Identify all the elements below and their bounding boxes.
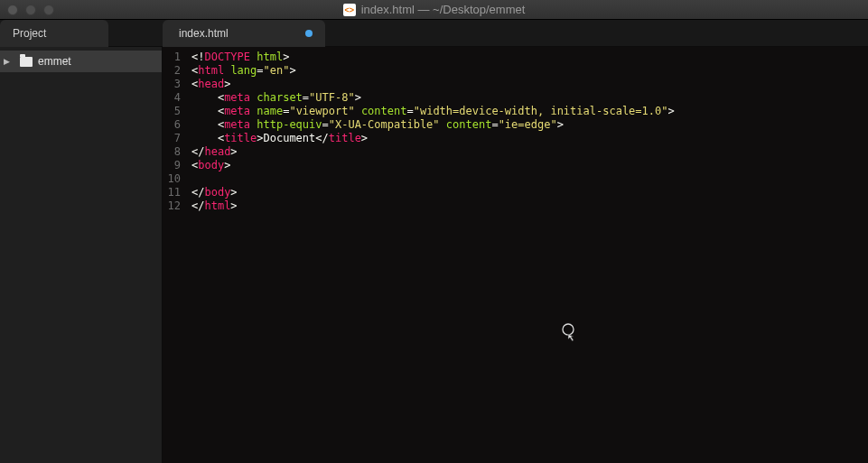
sidebar-tab-label: Project [13,27,46,40]
line-number: 10 [163,172,181,186]
line-number: 12 [163,199,181,213]
tab-bar: Project index.html [0,20,868,47]
line-number: 11 [163,186,181,199]
code-line[interactable]: <meta charset="UTF-8"> [191,91,675,105]
line-number: 4 [163,91,181,105]
sidebar-tab-project[interactable]: Project [0,20,108,47]
window-zoom-button[interactable] [43,5,54,15]
tree-folder-root[interactable]: ▶ emmet [0,51,162,72]
chevron-right-icon: ▶ [4,57,14,66]
window-title-text: index.html — ~/Desktop/emmet [361,3,526,16]
code-content[interactable]: <!DOCTYPE html><html lang="en"><head> <m… [184,47,675,463]
code-line[interactable]: </head> [191,145,675,159]
window-titlebar: <> index.html — ~/Desktop/emmet [0,0,868,20]
editor-tab-label: index.html [179,27,229,40]
code-line[interactable]: <body> [191,159,675,172]
line-number: 1 [163,51,181,64]
project-sidebar[interactable]: ▶ emmet [0,47,163,463]
code-line[interactable]: <html lang="en"> [191,64,675,78]
work-area: ▶ emmet 123456789101112 <!DOCTYPE html><… [0,47,868,463]
code-line[interactable]: <head> [191,78,675,91]
line-number: 7 [163,132,181,145]
folder-icon [20,57,33,67]
sidebar-tab-region: Project [0,20,163,46]
code-line[interactable]: <title>Document</title> [191,132,675,145]
line-number: 2 [163,64,181,78]
line-number-gutter: 123456789101112 [163,47,184,463]
code-line[interactable] [191,172,675,186]
code-line[interactable]: </body> [191,186,675,199]
code-line[interactable]: <meta http-equiv="X-UA-Compatible" conte… [191,118,675,132]
line-number: 6 [163,118,181,132]
code-line[interactable]: <!DOCTYPE html> [191,51,675,64]
window-title: <> index.html — ~/Desktop/emmet [0,3,868,16]
line-number: 9 [163,159,181,172]
code-line[interactable]: </html> [191,199,675,213]
line-number: 8 [163,145,181,159]
window-minimize-button[interactable] [25,5,36,15]
code-editor[interactable]: 123456789101112 <!DOCTYPE html><html lan… [163,47,868,463]
html-file-icon: <> [343,4,356,16]
line-number: 5 [163,105,181,118]
editor-tab-region: index.html [163,20,868,46]
traffic-lights [7,5,54,15]
folder-label: emmet [38,55,71,68]
code-line[interactable]: <meta name="viewport" content="width=dev… [191,105,675,118]
tab-index-html[interactable]: index.html [163,20,325,47]
window-close-button[interactable] [7,5,18,15]
dirty-indicator-icon [305,30,313,37]
line-number: 3 [163,78,181,91]
